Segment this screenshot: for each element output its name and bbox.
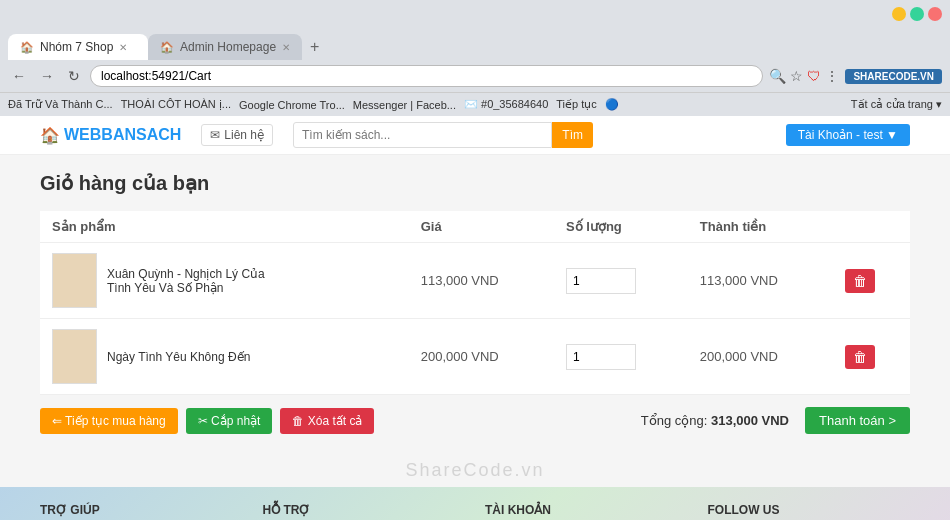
delete-cell-1: 🗑 (833, 243, 910, 319)
qty-input-2[interactable] (566, 344, 636, 370)
product-price-1: 113,000 VND (409, 243, 554, 319)
footer-col-2-heading: HỖ TRỢ (263, 503, 466, 517)
star-icon: ☆ (790, 68, 803, 84)
close-button[interactable] (928, 7, 942, 21)
shield-icon: 🛡 (807, 68, 821, 84)
col-action (833, 211, 910, 243)
grand-total-label: Tổng cộng: 313,000 VND (641, 413, 789, 428)
refresh-button[interactable]: ↻ (64, 66, 84, 86)
cart-table: Sản phẩm Giá Số lượng Thành tiền Xuân Qu… (40, 211, 910, 395)
site-logo: 🏠 WEBBANSACH (40, 126, 181, 145)
col-price: Giá (409, 211, 554, 243)
product-price-2: 200,000 VND (409, 319, 554, 395)
cart-footer: ⇐ Tiếp tục mua hàng ✂ Cắp nhật 🗑 Xóa tất… (40, 395, 910, 434)
product-name-1: Xuân Quỳnh - Nghịch Lý Của Tình Yêu Và S… (107, 267, 287, 295)
col-product: Sản phẩm (40, 211, 409, 243)
bookmark-4[interactable]: Messenger | Faceb... (353, 99, 456, 111)
delete-item-2[interactable]: 🗑 (845, 345, 875, 369)
site-header: 🏠 WEBBANSACH ✉ Liên hệ Tìm Tài Khoản - t… (0, 116, 950, 155)
window-controls (892, 7, 942, 21)
tab-2-icon: 🏠 (160, 41, 174, 54)
product-image-2 (52, 329, 97, 384)
footer-col-3: TÀI KHOẢN Đăng ký thành viên (485, 503, 688, 520)
delete-all-button[interactable]: 🗑 Xóa tất cả (280, 408, 374, 434)
bookmark-2[interactable]: THOẢI CÔT HOÀN ị... (121, 98, 231, 111)
product-qty-cell-1 (554, 243, 688, 319)
tab-2-label: Admin Homepage (180, 40, 276, 54)
col-quantity: Số lượng (554, 211, 688, 243)
footer-col-3-heading: TÀI KHOẢN (485, 503, 688, 517)
more-icon: ⋮ (825, 68, 839, 84)
search-button[interactable]: Tìm (552, 122, 593, 148)
bookmark-3[interactable]: Google Chrome Tro... (239, 99, 345, 111)
footer-col-4-heading: FOLLOW US (708, 503, 911, 517)
tab-1-label: Nhóm 7 Shop (40, 40, 113, 54)
product-name-2: Ngày Tình Yêu Không Đến (107, 350, 250, 364)
new-tab-button[interactable]: + (302, 34, 327, 60)
home-icon: 🏠 (40, 126, 60, 145)
delete-item-1[interactable]: 🗑 (845, 269, 875, 293)
title-bar (0, 0, 950, 28)
product-image-1 (52, 253, 97, 308)
forward-button[interactable]: → (36, 66, 58, 86)
account-button[interactable]: Tài Khoản - test ▼ (786, 124, 910, 146)
continue-shopping-button[interactable]: ⇐ Tiếp tục mua hàng (40, 408, 178, 434)
lien-he-button[interactable]: ✉ Liên hệ (201, 124, 273, 146)
footer-col-1: TRỢ GIÚP Qui định sử dụng Phương thức th… (40, 503, 243, 520)
browser-actions: 🔍 ☆ 🛡 ⋮ (769, 68, 839, 84)
all-tabs[interactable]: Tất cả cửa trang ▾ (851, 98, 942, 111)
main-content: Giỏ hàng của bạn Sản phẩm Giá Số lượng T… (0, 155, 950, 454)
product-cell-2: Ngày Tình Yêu Không Đến (40, 319, 409, 395)
address-bar: ← → ↻ 🔍 ☆ 🛡 ⋮ SHARECODE.VN (0, 60, 950, 92)
bookmarks-bar: Đã Trữ Và Thành C... THOẢI CÔT HOÀN ị...… (0, 92, 950, 116)
sharecode-logo: SHARECODE.VN (845, 69, 942, 84)
tab-1[interactable]: 🏠 Nhóm 7 Shop ✕ (8, 34, 148, 60)
bookmark-6[interactable]: Tiếp tục (556, 98, 597, 111)
product-total-1: 113,000 VND (688, 243, 833, 319)
minimize-button[interactable] (892, 7, 906, 21)
tab-1-close[interactable]: ✕ (119, 42, 127, 53)
cart-title: Giỏ hàng của bạn (40, 171, 910, 195)
product-cell-1: Xuân Quỳnh - Nghịch Lý Của Tình Yêu Và S… (40, 243, 409, 319)
col-total: Thành tiền (688, 211, 833, 243)
site-footer: TRỢ GIÚP Qui định sử dụng Phương thức th… (0, 487, 950, 520)
bookmark-5[interactable]: ✉️ #0_35684640 (464, 98, 548, 111)
search-icon: 🔍 (769, 68, 786, 84)
update-cart-button[interactable]: ✂ Cắp nhật (186, 408, 273, 434)
product-qty-cell-2 (554, 319, 688, 395)
cart-row-2: Ngày Tình Yêu Không Đến 200,000 VND 200,… (40, 319, 910, 395)
product-total-2: 200,000 VND (688, 319, 833, 395)
website-content: 🏠 WEBBANSACH ✉ Liên hệ Tìm Tài Khoản - t… (0, 116, 950, 520)
tab-2-close[interactable]: ✕ (282, 42, 290, 53)
cart-summary: Tổng cộng: 313,000 VND Thanh toán > (641, 407, 910, 434)
address-input[interactable] (90, 65, 763, 87)
footer-col-1-heading: TRỢ GIÚP (40, 503, 243, 517)
footer-col-2: HỖ TRỢ Chính sách đổi trả Các câu hỏi th… (263, 503, 466, 520)
search-input[interactable] (293, 122, 552, 148)
tab-bar: 🏠 Nhóm 7 Shop ✕ 🏠 Admin Homepage ✕ + (0, 28, 950, 60)
qty-input-1[interactable] (566, 268, 636, 294)
cart-row-1: Xuân Quỳnh - Nghịch Lý Của Tình Yêu Và S… (40, 243, 910, 319)
bookmark-1[interactable]: Đã Trữ Và Thành C... (8, 98, 113, 111)
footer-grid: TRỢ GIÚP Qui định sử dụng Phương thức th… (40, 503, 910, 520)
browser-chrome: 🏠 Nhóm 7 Shop ✕ 🏠 Admin Homepage ✕ + ← →… (0, 0, 950, 116)
delete-cell-2: 🗑 (833, 319, 910, 395)
bookmark-7[interactable]: 🔵 (605, 98, 619, 111)
envelope-icon: ✉ (210, 128, 220, 142)
watermark: ShareCode.vn (0, 454, 950, 487)
tab-2[interactable]: 🏠 Admin Homepage ✕ (148, 34, 302, 60)
grand-total-value: 313,000 VND (711, 413, 789, 428)
tab-1-icon: 🏠 (20, 41, 34, 54)
checkout-button[interactable]: Thanh toán > (805, 407, 910, 434)
cart-actions: ⇐ Tiếp tục mua hàng ✂ Cắp nhật 🗑 Xóa tất… (40, 408, 374, 434)
footer-col-4: FOLLOW US ▶ Youtube f Facebook ▶ GET IT … (708, 503, 911, 520)
search-bar: Tìm (293, 122, 593, 148)
maximize-button[interactable] (910, 7, 924, 21)
back-button[interactable]: ← (8, 66, 30, 86)
